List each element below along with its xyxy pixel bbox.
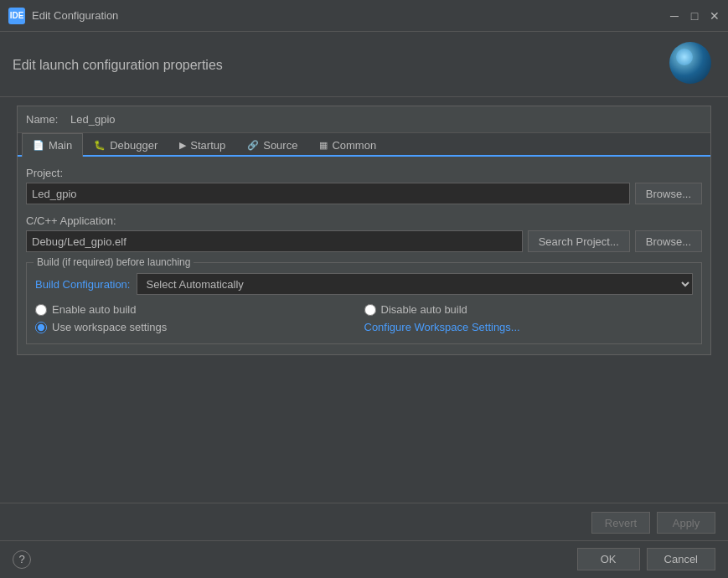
action-bar: Revert Apply [0,503,728,540]
configure-workspace-link[interactable]: Configure Workspace Settings... [364,321,520,333]
logo-circle [669,42,711,84]
app-input[interactable] [26,230,523,252]
app-icon: IDE [8,8,25,24]
help-button[interactable]: ? [13,550,31,569]
disable-auto-build-label[interactable]: Disable auto build [381,303,467,316]
maximize-button[interactable]: □ [688,9,701,23]
build-section: Build (if required) before launching Bui… [26,262,702,344]
ok-cancel-row: OK Cancel [577,548,715,570]
build-radio-grid: Enable auto build Disable auto build Use… [35,303,693,333]
title-bar: IDE Edit Configuration ─ □ ✕ [0,0,728,32]
tab-startup-icon: ▶ [179,140,186,151]
tab-main[interactable]: 📄 Main [22,133,83,157]
header-area: Edit launch configuration properties [0,32,728,97]
minimize-button[interactable]: ─ [668,9,681,23]
name-input[interactable] [70,113,702,126]
use-workspace-label[interactable]: Use workspace settings [52,321,167,333]
radio-disable-auto-build: Disable auto build [364,303,694,316]
tab-debugger-icon: 🐛 [94,140,106,151]
window-controls: ─ □ ✕ [668,9,721,23]
tabs-bar: 📄 Main 🐛 Debugger ▶ Startup 🔗 Source ▦ [18,133,710,157]
project-label: Project: [26,167,702,179]
tab-main-icon: 📄 [33,140,44,151]
configure-workspace-row: Configure Workspace Settings... [364,321,694,333]
project-browse-button[interactable]: Browse... [635,183,702,204]
disable-auto-build-radio[interactable] [364,304,376,316]
close-button[interactable]: ✕ [708,9,721,23]
window-title: Edit Configuration [32,9,118,22]
app-row: Search Project... Browse... [26,230,702,252]
tab-source-icon: 🔗 [247,140,259,151]
header-subtitle: Edit launch configuration properties [13,58,223,73]
tab-content-main: Project: Browse... C/C++ Application: Se… [18,157,710,354]
radio-use-workspace: Use workspace settings [35,321,364,333]
project-input[interactable] [26,183,630,204]
radio-enable-auto-build: Enable auto build [35,303,364,316]
use-workspace-radio[interactable] [35,322,47,333]
apply-button[interactable]: Apply [657,512,715,534]
search-project-button[interactable]: Search Project... [528,230,630,252]
build-legend: Build (if required) before launching [34,256,194,268]
bottom-bar: Revert Apply ? OK Cancel [0,503,728,578]
tab-debugger[interactable]: 🐛 Debugger [83,133,168,157]
tab-common-icon: ▦ [319,140,328,151]
build-config-label[interactable]: Build Configuration: [35,278,130,291]
dialog-panel: Name: 📄 Main 🐛 Debugger ▶ Startup [17,106,711,355]
enable-auto-build-radio[interactable] [35,304,47,316]
enable-auto-build-label[interactable]: Enable auto build [52,303,136,316]
project-row: Browse... [26,183,702,204]
tab-startup[interactable]: ▶ Startup [168,133,236,157]
revert-button[interactable]: Revert [591,512,650,534]
name-row: Name: [18,106,710,133]
tab-source[interactable]: 🔗 Source [236,133,308,157]
tab-common[interactable]: ▦ Common [308,133,387,157]
app-browse-button[interactable]: Browse... [635,230,702,252]
app-label: C/C++ Application: [26,214,702,227]
name-label: Name: [26,113,64,126]
ok-button[interactable]: OK [577,548,640,570]
build-config-select[interactable]: Select Automatically Debug Release [137,273,693,295]
dialog-bottom: ? OK Cancel [0,540,728,577]
build-config-row: Build Configuration: Select Automaticall… [35,273,693,295]
cancel-button[interactable]: Cancel [647,548,715,570]
logo [669,42,715,88]
